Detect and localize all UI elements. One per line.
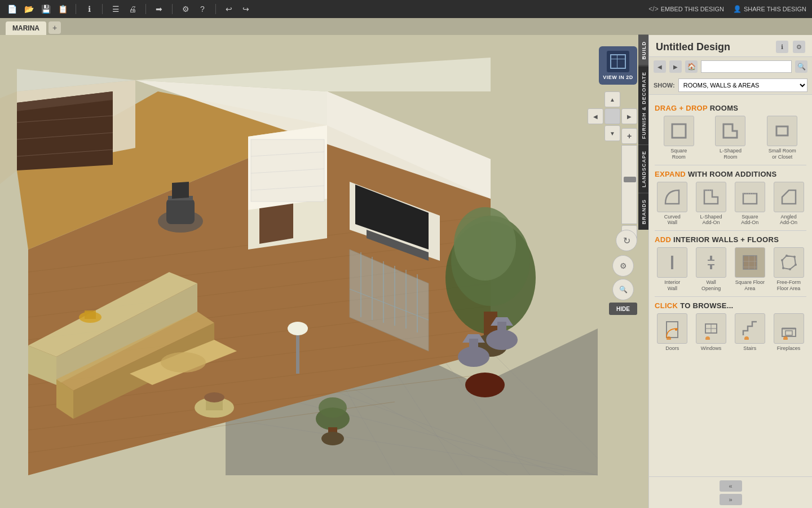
hide-button[interactable]: HIDE (609, 303, 637, 315)
tab-marina[interactable]: MARINA (6, 21, 46, 35)
expand-section-title: EXPAND WITH ROOM ADDITIONS (655, 170, 806, 178)
svg-rect-86 (672, 124, 686, 138)
info-button[interactable]: ℹ (776, 41, 788, 53)
stairs-item[interactable]: Stairs (732, 313, 768, 352)
save-icon[interactable]: 💾 (39, 3, 52, 15)
square-room-item[interactable]: SquareRoom (655, 116, 703, 160)
nav-right-button[interactable]: ▶ (621, 108, 637, 124)
tab-landscape[interactable]: LANDSCAPE (638, 144, 648, 193)
nav-back-button[interactable]: ◀ (654, 60, 666, 73)
svg-marker-104 (782, 256, 796, 269)
fireplaces-label: Fireplaces (777, 345, 801, 352)
square-room-label: SquareRoom (670, 148, 687, 160)
windows-item[interactable]: Windows (694, 313, 729, 352)
svg-rect-67 (469, 339, 478, 356)
main-area: VIEW IN 2D ▲ ◀ ▶ ▼ + − ↻ (0, 35, 812, 508)
toolbar-separator-3 (145, 4, 146, 14)
panel-content: DRAG + DROP ROOMS SquareRoom (649, 95, 812, 476)
l-shaped-addon-icon (696, 182, 726, 212)
square-addon-item[interactable]: SquareAdd-On (732, 182, 768, 226)
open-icon[interactable]: 📂 (23, 3, 35, 15)
nav-down-button[interactable]: ▼ (604, 125, 620, 141)
nav-forward-button[interactable]: ▶ (669, 60, 682, 73)
svg-point-85 (321, 432, 344, 445)
l-shaped-room-item[interactable]: L-ShapedRoom (707, 116, 755, 160)
tab-brands[interactable]: BRANDS (638, 193, 648, 230)
svg-point-118 (744, 336, 749, 340)
nav-middle-row: ◀ ▶ (588, 108, 637, 124)
svg-marker-93 (782, 190, 796, 204)
fireplaces-item[interactable]: Fireplaces (771, 313, 806, 352)
home-button[interactable]: 🏠 (685, 60, 698, 73)
toolbar: 📄 📂 💾 📋 ℹ ☰ 🖨 ➡ ⚙ ? ↩ ↪ </> EMBED THIS D… (0, 0, 812, 18)
search-input[interactable] (701, 60, 792, 73)
search-button[interactable]: 🔍 (795, 60, 807, 73)
share-button[interactable]: 👤 SHARE THIS DESIGN (733, 5, 806, 13)
add-tab-button[interactable]: + (48, 21, 61, 34)
print-icon[interactable]: 🖨 (126, 3, 139, 15)
export-icon[interactable]: ➡ (153, 3, 165, 15)
interior-wall-label: InteriorWall (664, 279, 680, 292)
wall-opening-item[interactable]: WallOpening (694, 247, 729, 292)
show-dropdown[interactable]: ROOMS, WALLS & AREAS (678, 78, 807, 92)
svg-rect-44 (166, 199, 195, 224)
svg-point-59 (204, 392, 224, 402)
panel-header: Untitled Design ℹ ⚙ (649, 35, 812, 57)
svg-point-81 (288, 322, 308, 335)
svg-point-83 (319, 397, 347, 418)
svg-rect-31 (251, 139, 324, 202)
nav-up-button[interactable]: ▲ (604, 91, 620, 107)
small-room-item[interactable]: Small Roomor Closet (758, 116, 806, 160)
svg-point-107 (785, 255, 788, 257)
collapse-down-button[interactable]: » (720, 494, 742, 505)
info-icon[interactable]: ℹ (83, 3, 95, 15)
redo-button[interactable]: ↪ (240, 3, 252, 15)
freeform-floor-item[interactable]: Free-FormFloor Area (771, 247, 806, 292)
settings-button[interactable]: ⚙ (612, 255, 634, 277)
nav-left-button[interactable]: ◀ (588, 108, 603, 124)
doors-item[interactable]: Doors (655, 313, 690, 352)
curved-wall-item[interactable]: CurvedWall (655, 182, 690, 226)
zoom-in-button[interactable]: + (621, 128, 637, 144)
view-2d-button[interactable]: VIEW IN 2D (599, 46, 637, 85)
l-shaped-addon-item[interactable]: L-ShapedAdd-On (694, 182, 729, 226)
square-floor-item[interactable]: Square FloorArea (732, 247, 768, 292)
svg-rect-88 (776, 126, 788, 135)
tab-build[interactable]: BUILD (638, 35, 648, 65)
interior-wall-item[interactable]: InteriorWall (655, 247, 690, 292)
divider-2 (655, 230, 806, 231)
freeform-floor-icon (774, 247, 804, 278)
l-shaped-room-label: L-ShapedRoom (720, 148, 742, 160)
svg-rect-121 (785, 331, 792, 335)
share-icon: 👤 (733, 5, 742, 13)
zoom-thumb[interactable] (624, 177, 636, 182)
saveas-icon[interactable]: 📋 (56, 3, 69, 15)
freeform-floor-label: Free-FormFloor Area (776, 279, 801, 292)
expand-grid: CurvedWall L-ShapedAdd-On (655, 182, 806, 226)
square-floor-label: Square FloorArea (735, 279, 765, 292)
search-panel-button[interactable]: 🔍 (612, 279, 634, 300)
svg-point-113 (667, 336, 671, 340)
angled-addon-item[interactable]: AngledAdd-On (771, 182, 806, 226)
undo-button[interactable]: ↩ (223, 3, 235, 15)
embed-button[interactable]: </> EMBED THIS DESIGN (648, 5, 724, 13)
windows-label: Windows (701, 345, 722, 352)
settings-icon[interactable]: ⚙ (179, 3, 192, 15)
help-icon[interactable]: ? (196, 3, 209, 15)
collapse-up-button[interactable]: « (720, 480, 742, 492)
settings-panel-button[interactable]: ⚙ (793, 41, 805, 53)
new-icon[interactable]: 📄 (6, 3, 18, 15)
zoom-track[interactable] (621, 145, 637, 224)
angled-addon-label: AngledAdd-On (780, 214, 797, 226)
svg-point-109 (795, 264, 797, 266)
svg-marker-46 (172, 182, 189, 199)
interior-grid: InteriorWall WallOpening (655, 247, 806, 292)
wall-opening-icon (696, 247, 726, 278)
side-tabs: BUILD FURNISH & DECORATE LANDSCAPE BRAND… (638, 35, 648, 230)
square-addon-label: SquareAdd-On (741, 214, 758, 226)
rotate-button[interactable]: ↻ (616, 230, 637, 251)
canvas-area[interactable]: VIEW IN 2D ▲ ◀ ▶ ▼ + − ↻ (0, 35, 648, 508)
tab-furnish-decorate[interactable]: FURNISH & DECORATE (638, 65, 648, 144)
list-icon[interactable]: ☰ (109, 3, 122, 15)
small-room-label: Small Roomor Closet (769, 148, 796, 160)
